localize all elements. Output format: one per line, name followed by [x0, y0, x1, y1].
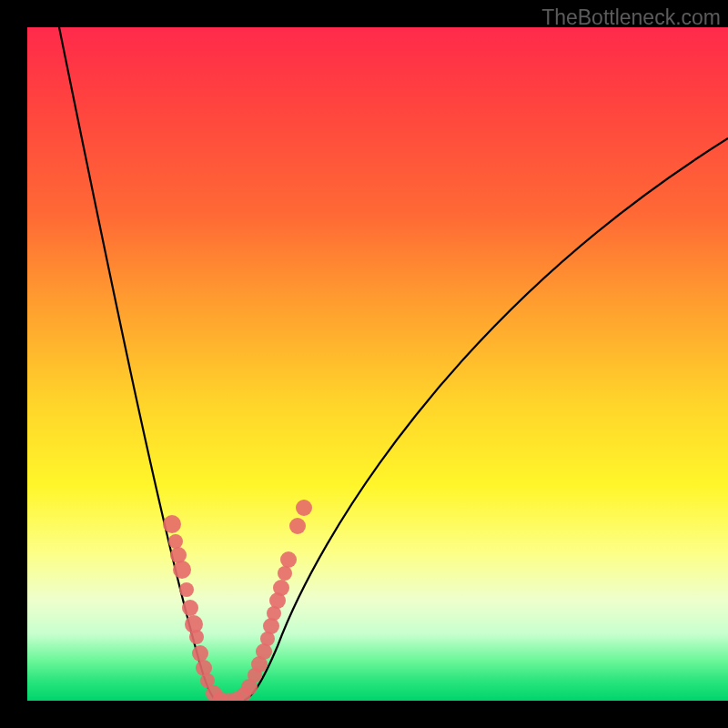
- data-point: [256, 643, 272, 660]
- v-curve-svg: [27, 27, 728, 701]
- data-point: [280, 551, 297, 568]
- data-point: [189, 630, 204, 644]
- curve-left: [59, 27, 217, 701]
- data-point: [289, 518, 306, 534]
- data-point: [173, 561, 191, 579]
- data-point: [263, 618, 279, 634]
- data-point: [273, 580, 289, 596]
- data-points: [163, 500, 312, 701]
- data-point: [179, 582, 194, 597]
- chart-frame: TheBottleneck.com: [0, 0, 728, 728]
- data-point: [163, 515, 181, 533]
- data-point: [168, 534, 183, 549]
- plot-area: [27, 27, 728, 701]
- watermark: TheBottleneck.com: [541, 5, 721, 30]
- curve-right: [244, 138, 728, 701]
- data-point: [182, 600, 198, 616]
- data-point: [278, 566, 292, 581]
- data-point: [296, 500, 312, 516]
- data-point: [196, 660, 212, 676]
- data-point: [192, 645, 208, 662]
